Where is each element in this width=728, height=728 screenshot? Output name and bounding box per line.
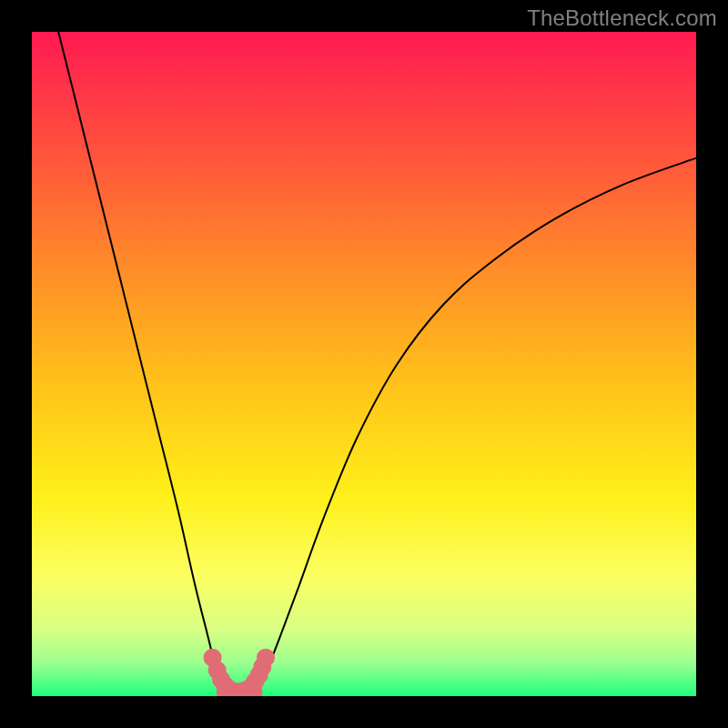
chart-background (32, 32, 696, 696)
chart-plot-area (32, 32, 696, 696)
chart-svg (32, 32, 696, 696)
attribution-text: TheBottleneck.com (527, 5, 717, 31)
chart-frame: TheBottleneck.com (0, 0, 728, 728)
series-highlight-point (257, 649, 275, 667)
